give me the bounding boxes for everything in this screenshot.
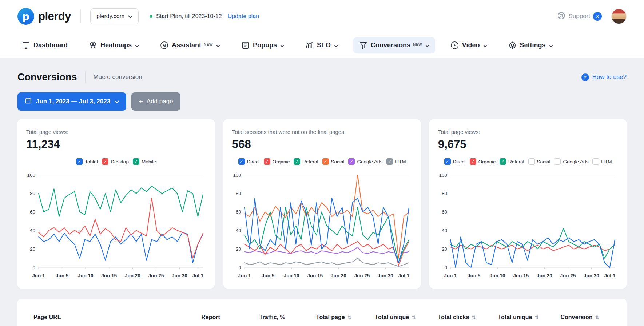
chevron-down-icon: [549, 41, 553, 49]
card-total-value: 9,675: [438, 138, 618, 151]
checkbox-checked-icon[interactable]: ✓: [386, 158, 393, 165]
checkbox-checked-icon[interactable]: ✓: [470, 158, 476, 165]
chevron-down-icon: [135, 41, 139, 49]
sort-icon[interactable]: ⇅: [472, 315, 476, 320]
checkbox-checked-icon[interactable]: ✓: [133, 158, 139, 165]
table-header-row: Page URL Report Traffic, % Total page ⇅ …: [33, 314, 611, 321]
legend-checkbox-referal[interactable]: ✓Referal: [500, 158, 524, 165]
nav-heatmaps[interactable]: Heatmaps: [83, 37, 145, 53]
legend-label: Google Ads: [563, 159, 588, 164]
nav-video[interactable]: Video: [445, 37, 493, 53]
svg-text:Jun 1: Jun 1: [32, 273, 45, 278]
legend-checkbox-desktop[interactable]: ✓Desktop: [102, 158, 129, 165]
column-label: Traffic, %: [259, 314, 285, 321]
checkbox-checked-icon[interactable]: ✓: [102, 158, 108, 165]
legend-checkbox-organic[interactable]: ✓Organic: [470, 158, 496, 165]
pages-table: Page URL Report Traffic, % Total page ⇅ …: [17, 299, 627, 326]
support-button[interactable]: Support 3: [557, 12, 602, 21]
support-icon: [557, 12, 565, 21]
legend-checkbox-mobile[interactable]: ✓Mobile: [133, 158, 156, 165]
sort-icon[interactable]: ⇅: [534, 315, 538, 320]
checkbox-unchecked-icon[interactable]: [554, 158, 561, 165]
chevron-down-icon: [216, 41, 220, 49]
legend-checkbox-google-ads[interactable]: ✓Google Ads: [348, 158, 382, 165]
nav-seo[interactable]: SEO: [299, 37, 344, 53]
checkbox-checked-icon[interactable]: ✓: [264, 158, 270, 165]
checkbox-checked-icon[interactable]: ✓: [444, 158, 451, 165]
column-label: Total clicks: [438, 314, 469, 321]
legend-checkbox-utm[interactable]: ✓UTM: [386, 158, 406, 165]
nav-popups[interactable]: Popups: [235, 37, 290, 53]
nav-assistant[interactable]: AI Assistant NEW: [154, 37, 226, 53]
chart-legend: ✓Direct✓Organic✓ReferalSocialGoogle AdsU…: [438, 158, 618, 165]
legend-checkbox-organic[interactable]: ✓Organic: [264, 158, 290, 165]
legend-checkbox-social[interactable]: ✓Social: [322, 158, 345, 165]
chart-card-sessions: Total sessions that were not on the fina…: [223, 119, 421, 289]
plerdy-logo-icon: p: [17, 8, 34, 25]
checkbox-checked-icon[interactable]: ✓: [348, 158, 355, 165]
monitor-icon: [22, 41, 30, 49]
how-to-use-link[interactable]: ? How to use?: [581, 73, 627, 81]
legend-checkbox-direct[interactable]: ✓Direct: [444, 158, 466, 165]
chart-cards-row: Total page views: 11,234 ✓Tablet✓Desktop…: [17, 119, 627, 289]
svg-text:Jun 10: Jun 10: [490, 273, 505, 278]
heatmap-icon: [89, 41, 97, 49]
legend-checkbox-direct[interactable]: ✓Direct: [238, 158, 260, 165]
legend-label: Tablet: [85, 159, 98, 164]
line-chart: 020406080100Jun 1Jun 5Jun 10Jun 15Jun 20…: [438, 170, 618, 279]
legend-label: Organic: [273, 159, 290, 164]
sort-icon[interactable]: ⇅: [412, 315, 416, 320]
chart-legend: ✓Direct✓Organic✓Referal✓Social✓Google Ad…: [232, 158, 412, 165]
svg-text:0: 0: [238, 265, 241, 270]
column-header-total-unique-2[interactable]: Total unique ⇅: [488, 314, 549, 321]
support-count-badge: 3: [593, 12, 602, 21]
legend-checkbox-referal[interactable]: ✓Referal: [294, 158, 318, 165]
legend-checkbox-utm[interactable]: UTM: [592, 158, 612, 165]
column-header-conversion[interactable]: Conversion ⇅: [549, 314, 611, 321]
svg-text:Jun 30: Jun 30: [584, 273, 599, 278]
main-nav: Dashboard Heatmaps AI Assistant NEW Popu…: [0, 33, 644, 58]
svg-text:Jun 15: Jun 15: [307, 273, 323, 278]
nav-settings[interactable]: Settings: [502, 37, 559, 53]
chart-legend: ✓Tablet✓Desktop✓Mobile: [26, 158, 206, 165]
checkbox-checked-icon[interactable]: ✓: [500, 158, 506, 165]
legend-label: Social: [537, 159, 550, 164]
svg-text:Jun 5: Jun 5: [262, 273, 275, 278]
legend-label: Referal: [508, 159, 524, 164]
sort-icon[interactable]: ⇅: [595, 315, 599, 320]
nav-dashboard[interactable]: Dashboard: [16, 37, 73, 53]
checkbox-checked-icon[interactable]: ✓: [238, 158, 245, 165]
column-header-total-clicks[interactable]: Total clicks ⇅: [426, 314, 488, 321]
nav-label: Dashboard: [33, 41, 68, 49]
add-page-button[interactable]: + Add page: [131, 92, 180, 111]
video-play-icon: [450, 41, 459, 49]
legend-checkbox-tablet[interactable]: ✓Tablet: [76, 158, 98, 165]
legend-checkbox-google-ads[interactable]: Google Ads: [554, 158, 588, 165]
checkbox-unchecked-icon[interactable]: [528, 158, 535, 165]
date-range-picker[interactable]: Jun 1, 2023 — Jul 3, 2023: [17, 92, 126, 111]
new-badge: NEW: [204, 43, 213, 47]
page-title: Conversions: [17, 72, 77, 83]
domain-label: plerdy.com: [96, 13, 124, 20]
sort-icon[interactable]: ⇅: [347, 315, 351, 320]
svg-text:Jul 1: Jul 1: [604, 273, 616, 278]
checkbox-unchecked-icon[interactable]: [592, 158, 599, 165]
checkbox-checked-icon[interactable]: ✓: [294, 158, 300, 165]
svg-text:100: 100: [439, 172, 447, 178]
domain-selector[interactable]: plerdy.com: [90, 8, 139, 24]
svg-text:Jun 20: Jun 20: [537, 273, 552, 278]
checkbox-checked-icon[interactable]: ✓: [76, 158, 83, 165]
svg-text:Jun 5: Jun 5: [468, 273, 481, 278]
update-plan-link[interactable]: Update plan: [228, 13, 259, 20]
user-avatar[interactable]: [611, 9, 627, 24]
top-right: Support 3: [557, 9, 627, 24]
svg-text:40: 40: [442, 228, 447, 233]
nav-conversions[interactable]: Conversions NEW: [353, 37, 435, 53]
checkbox-checked-icon[interactable]: ✓: [322, 158, 329, 165]
column-header-total-page[interactable]: Total page ⇅: [303, 314, 365, 321]
legend-checkbox-social[interactable]: Social: [528, 158, 550, 165]
legend-label: Referal: [302, 159, 318, 164]
column-header-total-unique[interactable]: Total unique ⇅: [365, 314, 426, 321]
logo[interactable]: p plerdy: [17, 8, 71, 25]
legend-label: Direct: [247, 159, 260, 164]
